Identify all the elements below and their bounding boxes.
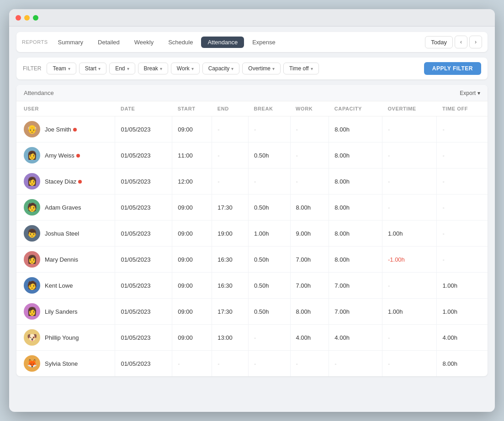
filter-btn-time_off[interactable]: Time off ▾	[283, 63, 319, 74]
table-row: 👩 Lily Sanders 01/05/202309:0017:300.50h…	[16, 299, 488, 325]
user-cell: 👦 Joshua Steel	[16, 221, 115, 247]
user-cell: 👴 Joe Smith	[16, 116, 115, 142]
apply-filter-button[interactable]: APPLY FILTER	[424, 62, 481, 75]
cell-capacity: 8.00h	[329, 221, 382, 247]
cell-end: -	[212, 116, 249, 142]
cell-date: 01/05/2023	[115, 273, 172, 299]
close-button[interactable]	[16, 15, 21, 21]
filter-label: FILTER	[23, 65, 41, 72]
nav-tab-summary[interactable]: Summary	[51, 37, 90, 48]
cell-overtime: -	[382, 142, 436, 168]
cell-time-off: -	[437, 168, 488, 195]
user-name: Amy Weiss	[45, 152, 80, 159]
col-header-work: WORK	[290, 101, 329, 116]
cell-capacity: 8.00h	[329, 116, 382, 142]
table-row: 👩 Amy Weiss 01/05/202311:00-0.50h-8.00h-…	[16, 142, 488, 168]
export-button[interactable]: Export ▾	[460, 90, 480, 96]
filter-btn-end[interactable]: End ▾	[109, 63, 135, 74]
filter-btn-overtime[interactable]: Overtime ▾	[242, 63, 281, 74]
user-name: Adam Graves	[45, 204, 81, 211]
today-button[interactable]: Today	[425, 36, 453, 48]
cell-break: 0.50h	[248, 299, 290, 325]
table-row: 🐶 Phillip Young 01/05/202309:0013:00-4.0…	[16, 325, 488, 351]
col-header-end: END	[212, 101, 249, 116]
cell-date: 01/05/2023	[115, 116, 172, 142]
cell-work: -	[290, 168, 329, 195]
filter-btn-label: Overtime	[248, 65, 271, 72]
next-arrow-button[interactable]: ›	[469, 36, 482, 48]
user-cell: 👩 Lily Sanders	[16, 299, 115, 325]
nav-tab-attendance[interactable]: Attendance	[201, 37, 244, 48]
avatar: 🐶	[24, 329, 40, 346]
cell-overtime: -	[382, 195, 436, 221]
col-header-start: START	[172, 101, 212, 116]
cell-time-off: -	[437, 247, 488, 273]
cell-break: -	[248, 168, 290, 195]
nav-tab-expense[interactable]: Expense	[246, 37, 282, 48]
cell-overtime: 1.00h	[382, 299, 436, 325]
cell-start: 09:00	[172, 247, 212, 273]
cell-work: 8.00h	[290, 195, 329, 221]
chevron-down-icon: ▾	[98, 66, 101, 71]
cell-overtime: 1.00h	[382, 221, 436, 247]
cell-date: 01/05/2023	[115, 142, 172, 168]
traffic-lights	[16, 15, 38, 21]
cell-end: -	[212, 351, 249, 377]
user-name: Mary Dennis	[45, 256, 78, 263]
user-cell: 👩 Stacey Diaz	[16, 168, 115, 195]
cell-work: 7.00h	[290, 273, 329, 299]
filter-btn-break[interactable]: Break ▾	[138, 63, 168, 74]
filter-btn-start[interactable]: Start ▾	[79, 63, 106, 74]
avatar: 👴	[24, 121, 40, 137]
avatar: 👩	[24, 303, 40, 320]
cell-date: 01/05/2023	[115, 299, 172, 325]
prev-arrow-button[interactable]: ‹	[455, 36, 467, 48]
filter-btn-capacity[interactable]: Capacity ▾	[202, 63, 240, 74]
avatar: 🦊	[24, 355, 40, 372]
user-name: Joe Smith	[45, 126, 77, 133]
maximize-button[interactable]	[33, 15, 38, 21]
cell-start: 09:00	[172, 273, 212, 299]
cell-work: -	[290, 116, 329, 142]
cell-capacity: 8.00h	[329, 142, 382, 168]
cell-time-off: 4.00h	[437, 325, 488, 351]
chevron-down-icon: ▾	[477, 90, 480, 96]
cell-start: 09:00	[172, 221, 212, 247]
cell-start: 09:00	[172, 299, 212, 325]
filter-btn-label: Break	[144, 65, 158, 72]
nav-right: Today ‹ ›	[425, 36, 482, 48]
cell-capacity: 7.00h	[329, 299, 382, 325]
cell-end: -	[212, 142, 249, 168]
filter-btn-label: Work	[177, 65, 190, 72]
filter-btn-team[interactable]: Team ▾	[47, 63, 76, 74]
col-header-capacity: CAPACITY	[329, 101, 382, 116]
table-row: 👩 Mary Dennis 01/05/202309:0016:300.50h7…	[16, 247, 488, 273]
avatar: 👩	[24, 147, 40, 163]
nav-tab-schedule[interactable]: Schedule	[162, 37, 199, 48]
cell-overtime: -	[382, 116, 436, 142]
user-name: Phillip Young	[45, 334, 79, 341]
cell-break: 0.50h	[248, 247, 290, 273]
cell-end: 16:30	[212, 247, 249, 273]
cell-time-off: 8.00h	[437, 351, 488, 377]
filter-btn-work[interactable]: Work ▾	[171, 63, 200, 74]
cell-time-off: -	[437, 142, 488, 168]
cell-break: 0.50h	[248, 273, 290, 299]
title-bar	[9, 9, 495, 26]
avatar: 👩	[24, 251, 40, 268]
cell-overtime: -1.00h	[382, 247, 436, 273]
user-cell: 🦊 Sylvia Stone	[16, 351, 115, 377]
reports-label: REPORTS	[22, 39, 48, 45]
cell-end: 17:30	[212, 195, 249, 221]
cell-end: 16:30	[212, 273, 249, 299]
filter-btn-label: Start	[85, 65, 96, 72]
minimize-button[interactable]	[24, 15, 30, 21]
cell-break: -	[248, 351, 290, 377]
nav-tab-detailed[interactable]: Detailed	[91, 37, 126, 48]
nav-tab-weekly[interactable]: Weekly	[128, 37, 160, 48]
status-dot	[76, 154, 80, 158]
user-name: Sylvia Stone	[45, 360, 78, 367]
cell-break: 0.50h	[248, 195, 290, 221]
cell-capacity: 8.00h	[329, 247, 382, 273]
cell-break: 1.00h	[248, 221, 290, 247]
